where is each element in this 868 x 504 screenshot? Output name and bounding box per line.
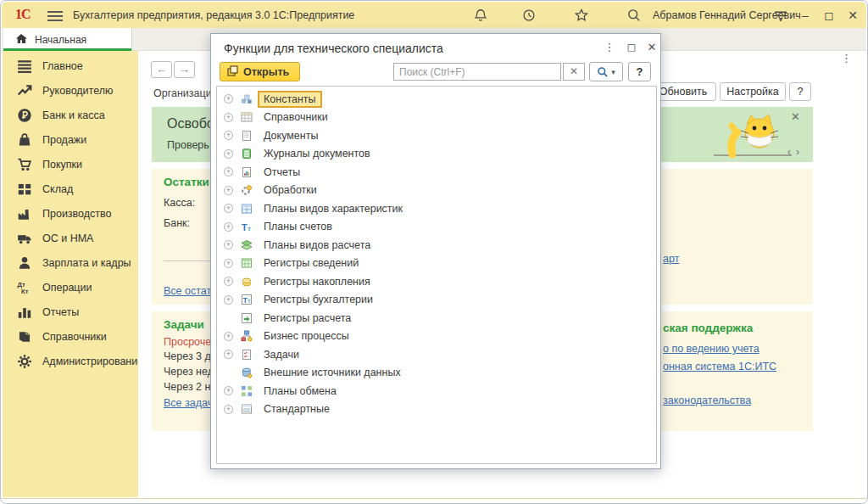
app-title: Бухгалтерия предприятия, редакция 3.0 1С… [73,9,354,21]
tree-item[interactable]: +Справочники [217,109,656,127]
support-link-1[interactable]: о по ведению учета [663,343,760,355]
sidebar-item-truck[interactable]: ОС и НМА [3,226,138,250]
search-mode-dropdown[interactable]: ▾ [589,62,623,81]
business-processes-icon [241,330,253,342]
expand-plus-icon[interactable]: + [224,259,233,268]
sidebar-item-person[interactable]: Зарплата и кадры [3,250,138,275]
expand-plus-icon[interactable]: + [224,405,233,414]
sidebar-item-factory[interactable]: Производство [3,201,138,226]
tree-item[interactable]: +Регистры накопления [217,272,656,291]
journals-icon [241,148,253,160]
sidebar-item-book[interactable]: Справочники [3,324,138,349]
dialog-help-button[interactable]: ? [628,62,651,81]
tree-item[interactable]: +ТтПланы счетов [217,218,656,237]
tree-item[interactable]: Регистры расчета [217,309,656,328]
sidebar-item-pallet[interactable]: Склад [3,176,138,201]
open-button[interactable]: Открыть [220,62,300,81]
more-menu-icon[interactable]: ⋮ [841,52,852,64]
external-sources-icon [241,367,253,378]
expand-spacer [224,313,233,322]
support-link-2[interactable]: онная система 1С:ИТС [663,361,776,372]
monitor-link[interactable]: арт [663,253,679,265]
expand-plus-icon[interactable]: + [224,222,233,232]
sidebar-item-shopping-cart[interactable]: Покупки [3,152,138,176]
expand-plus-icon[interactable]: + [224,167,233,176]
tab-home-page[interactable]: Начальная страница [3,28,132,51]
expand-plus-icon[interactable]: + [224,131,233,140]
notifications-bell-icon[interactable] [473,8,488,23]
minimize-button[interactable]: – [797,7,814,24]
tree-item[interactable]: +ТтРегистры бухгалтерии [217,291,656,310]
chart-accounts-icon: Тт [241,221,253,232]
expand-plus-icon[interactable]: + [224,240,233,249]
technical-functions-dialog: Функции для технического специалиста ⋮ ◻… [210,33,661,469]
expand-plus-icon[interactable]: + [224,295,233,305]
tree-item[interactable]: +Константы [217,90,656,109]
tree-item[interactable]: +Журналы документов [217,145,656,164]
constants-icon [241,93,253,105]
tree-item[interactable]: +Стандартные [217,400,656,419]
search-clear-icon[interactable]: ✕ [563,63,585,81]
expand-plus-icon[interactable]: + [224,204,233,213]
dialog-close-button[interactable]: ✕ [644,40,659,55]
window-bottom-edge [2,498,866,499]
expand-plus-icon[interactable]: + [224,113,233,122]
sidebar-item-dt-kt[interactable]: ДтКтОперации [3,275,138,300]
sidebar-item-ruble-circle[interactable]: Банк и касса [3,103,138,127]
tree-item[interactable]: Внешние источники данных [217,364,656,383]
content-help-button[interactable]: ? [789,82,811,101]
dialog-kebab-icon[interactable]: ⋮ [602,40,617,55]
tree-item-label: Справочники [259,110,332,124]
dialog-maximize-button[interactable]: ◻ [624,40,639,55]
search-input[interactable] [393,63,561,81]
tree-item[interactable]: +Документы [217,126,656,145]
sidebar-item-label: Производство [42,208,112,220]
sidebar-item-label: Зарплата и кадры [42,257,131,269]
tree-item[interactable]: +Бизнес процессы [217,328,656,346]
favorites-star-icon[interactable] [574,8,589,23]
expand-spacer [224,368,233,378]
expand-plus-icon[interactable]: + [224,94,233,104]
tree-item-label: Планы видов характеристик [259,202,407,216]
expand-plus-icon[interactable]: + [224,277,233,286]
all-tasks-link[interactable]: Все задач [164,397,213,409]
tree-item[interactable]: +Обработки [217,182,656,200]
global-search-icon[interactable] [626,8,642,23]
tasks-icon [241,349,253,361]
banner-close-icon[interactable]: ✕ [791,110,800,123]
all-balances-link[interactable]: Все остат [164,285,211,297]
tree-item[interactable]: +Отчеты [217,163,656,182]
sidebar-item-label: Руководителю [42,85,113,97]
open-form-icon [227,65,238,79]
sidebar-item-bar-chart[interactable]: Отчеты [3,300,138,324]
expand-plus-icon[interactable]: + [224,350,233,359]
nav-back-button[interactable]: ← [151,61,172,78]
tree-item[interactable]: +Планы видов характеристик [217,199,656,218]
expand-plus-icon[interactable]: + [224,332,233,341]
sidebar-item-trend-up[interactable]: Руководителю [3,78,138,103]
expand-plus-icon[interactable]: + [224,386,233,395]
tree-item[interactable]: +Планы обмена [217,382,656,400]
banner-subtitle: Проверь [167,139,209,151]
expand-plus-icon[interactable]: + [224,186,233,195]
service-menu-icon[interactable] [773,8,788,23]
expand-plus-icon[interactable]: + [224,149,233,159]
tree-item[interactable]: +Задачи [217,345,656,364]
support-link-3[interactable]: законодательства [663,395,751,406]
tree-item-label: Планы видов расчета [259,238,375,252]
main-menu-icon[interactable] [47,8,63,21]
settings-button[interactable]: Настройка [720,82,786,101]
tree-item[interactable]: +Регистры сведений [217,255,656,273]
close-window-button[interactable]: ✕ [844,7,861,24]
nav-forward-button[interactable]: → [174,61,195,78]
sidebar-item-label: Отчеты [42,306,79,318]
menu-lines-icon [17,59,32,74]
banner-pager-arrows[interactable]: ‹› [787,146,804,158]
sidebar-item-menu-lines[interactable]: Главное [3,53,138,78]
tree-item[interactable]: +Планы видов расчета [217,236,656,255]
history-icon[interactable] [521,8,537,23]
tree-item-label: Обработки [259,183,321,197]
maximize-button[interactable]: ◻ [821,7,837,24]
sidebar-item-gear[interactable]: Администрирование [3,349,138,373]
sidebar-item-shopping-bag[interactable]: Продажи [3,127,138,152]
